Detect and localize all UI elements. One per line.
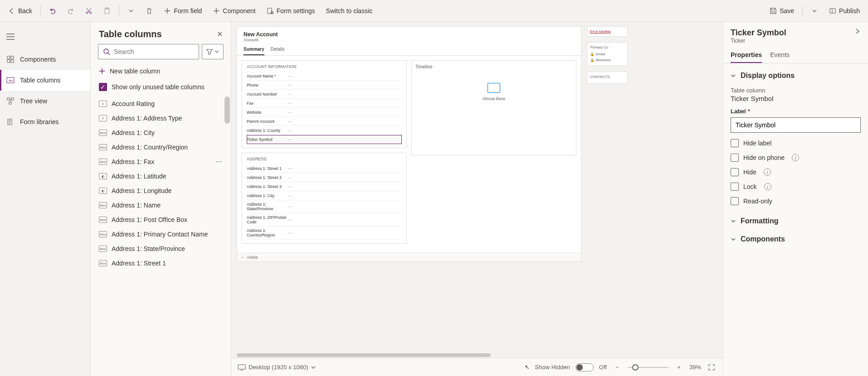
hide-label-checkbox[interactable]: Hide label xyxy=(731,139,861,147)
lock-icon: 🔒 xyxy=(590,58,595,62)
hamburger-button[interactable] xyxy=(0,29,90,44)
component-label: Component xyxy=(223,7,255,14)
back-button[interactable]: Back xyxy=(4,3,37,19)
plus-icon xyxy=(213,7,220,14)
delete-button[interactable] xyxy=(141,3,157,19)
column-item[interactable]: ≡ Account Rating ⋯ xyxy=(91,96,231,111)
add-component-button[interactable]: Component xyxy=(208,3,260,19)
section-title: ADDRESS xyxy=(247,157,402,161)
redo-button[interactable] xyxy=(63,3,79,19)
form-field[interactable]: Account Number--- xyxy=(247,90,402,99)
collapse-panel-button[interactable] xyxy=(854,28,861,34)
form-tab-details[interactable]: Details xyxy=(271,47,285,55)
column-item[interactable]: Abc Address 1: State/Province ⋯ xyxy=(91,241,231,256)
zoom-in-button[interactable]: + xyxy=(674,362,684,372)
info-icon[interactable]: i xyxy=(764,183,771,190)
form-field[interactable]: Address 1: Street 1--- xyxy=(247,164,402,173)
form-field[interactable]: Address 1: ZIP/Postal Code--- xyxy=(247,213,402,227)
redo-icon xyxy=(67,7,74,14)
new-column-button[interactable]: New table column xyxy=(91,64,231,78)
info-icon[interactable]: i xyxy=(792,154,799,161)
form-field[interactable]: Address 1: County--- xyxy=(247,126,402,135)
column-item[interactable]: ≡ Address 1: Address Type ⋯ xyxy=(91,111,231,125)
label-input[interactable] xyxy=(731,117,861,133)
readonly-checkbox[interactable]: Read-only xyxy=(731,197,861,205)
nav-form-libraries[interactable]: Form libraries xyxy=(0,111,90,132)
add-form-field-button[interactable]: Form field xyxy=(159,3,206,19)
column-item[interactable]: Abc Address 1: Post Office Box ⋯ xyxy=(91,212,231,227)
column-item[interactable]: ◐ Address 1: Latitude ⋯ xyxy=(91,169,231,183)
form-tab-summary[interactable]: Summary xyxy=(244,47,264,55)
canvas-horizontal-scrollbar[interactable] xyxy=(237,352,717,358)
lock-checkbox[interactable]: Lock i xyxy=(731,183,861,191)
column-item[interactable]: Abc Address 1: Fax ⋯ xyxy=(91,154,231,169)
form-settings-button[interactable]: Form settings xyxy=(262,3,320,19)
props-tab-events[interactable]: Events xyxy=(770,47,790,63)
device-picker[interactable]: Desktop (1920 x 1080) xyxy=(238,364,316,371)
error-loading-link[interactable]: Error loading xyxy=(590,29,611,34)
scrollbar-thumb[interactable] xyxy=(224,96,230,124)
column-item[interactable]: Abc Address 1: Country/Region ⋯ xyxy=(91,140,231,154)
paste-button[interactable] xyxy=(99,3,115,19)
info-icon[interactable]: i xyxy=(764,169,771,176)
search-input[interactable] xyxy=(114,48,194,55)
search-input-wrapper[interactable] xyxy=(98,44,199,59)
save-button[interactable]: Save xyxy=(765,3,799,19)
props-tab-properties[interactable]: Properties xyxy=(731,47,762,63)
hide-checkbox[interactable]: Hide i xyxy=(731,168,861,176)
column-item[interactable]: ◐ Address 1: Longitude ⋯ xyxy=(91,183,231,198)
column-item[interactable]: Abc Address 1: City ⋯ xyxy=(91,125,231,140)
show-hidden-toggle[interactable] xyxy=(575,363,594,371)
form-field[interactable]: Address 1: State/Province--- xyxy=(247,200,402,213)
switch-classic-button[interactable]: Switch to classic xyxy=(322,3,377,19)
form-field[interactable]: Account Name*--- xyxy=(247,72,402,81)
paste-dropdown[interactable] xyxy=(123,3,139,19)
side-card-primary-contact[interactable]: Primary Co 🔒Email 🔒Business xyxy=(587,42,628,66)
form-field[interactable]: Address 1: Street 2--- xyxy=(247,173,402,182)
form-field[interactable]: Parent Account--- xyxy=(247,117,402,126)
hide-on-phone-checkbox[interactable]: Hide on phone i xyxy=(731,154,861,162)
svg-rect-2 xyxy=(105,9,109,14)
save-dropdown-button[interactable] xyxy=(806,3,823,19)
section-display-options[interactable]: Display options xyxy=(731,69,861,82)
more-button[interactable]: ⋯ xyxy=(215,158,223,165)
section-address[interactable]: ADDRESS Address 1: Street 1---Address 1:… xyxy=(242,153,407,244)
svg-rect-14 xyxy=(11,98,14,100)
section-account-info[interactable]: ACCOUNT INFORMATION Account Name*---Phon… xyxy=(242,60,407,148)
form-field[interactable]: Address 1: City--- xyxy=(247,191,402,200)
fit-to-screen-button[interactable] xyxy=(707,362,717,372)
side-card-contacts[interactable]: CONTACTS xyxy=(587,72,628,84)
form-field[interactable]: Fax--- xyxy=(247,99,402,108)
svg-rect-9 xyxy=(7,60,10,63)
form-field[interactable]: Website--- xyxy=(247,108,402,117)
section-components[interactable]: Components xyxy=(731,232,861,246)
nav-components[interactable]: Components xyxy=(0,49,90,70)
checkbox-icon xyxy=(731,197,739,205)
publish-button[interactable]: Publish xyxy=(824,3,864,19)
timeline-component[interactable]: Timeline Almost there xyxy=(411,60,576,155)
columns-list: ≡ Account Rating ⋯≡ Address 1: Address T… xyxy=(91,96,231,376)
column-type-icon: Abc xyxy=(99,159,107,165)
filter-button[interactable] xyxy=(202,44,224,59)
zoom-out-button[interactable]: − xyxy=(612,362,622,372)
form-field[interactable]: Address 1: Street 3--- xyxy=(247,182,402,191)
section-formatting[interactable]: Formatting xyxy=(731,214,861,228)
nav-tree-view[interactable]: Tree view xyxy=(0,91,90,111)
close-panel-button[interactable]: ✕ xyxy=(217,30,223,39)
show-unused-checkbox[interactable]: ✓ Show only unused table columns xyxy=(91,78,231,96)
props-title: Ticker Symbol xyxy=(731,28,786,38)
form-field[interactable]: Address 1: Country/Region--- xyxy=(247,227,402,240)
check-label: Lock xyxy=(743,183,757,190)
undo-button[interactable] xyxy=(44,3,61,19)
zoom-slider[interactable] xyxy=(628,367,668,368)
side-card-error[interactable]: Error loading xyxy=(587,26,628,37)
column-item[interactable]: Abc Address 1: Primary Contact Name ⋯ xyxy=(91,227,231,241)
form-preview[interactable]: New Account Account Summary Details ACCO… xyxy=(237,26,581,262)
cut-button[interactable] xyxy=(81,3,97,19)
column-item[interactable]: Abc Address 1: Name ⋯ xyxy=(91,198,231,212)
field-value: --- xyxy=(288,119,292,124)
column-item[interactable]: Abc Address 1: Street 1 ⋯ xyxy=(91,256,231,270)
form-field[interactable]: Phone--- xyxy=(247,81,402,90)
nav-table-columns[interactable]: Abc Table columns xyxy=(0,70,90,91)
form-field[interactable]: Ticker Symbol--- xyxy=(247,135,402,144)
